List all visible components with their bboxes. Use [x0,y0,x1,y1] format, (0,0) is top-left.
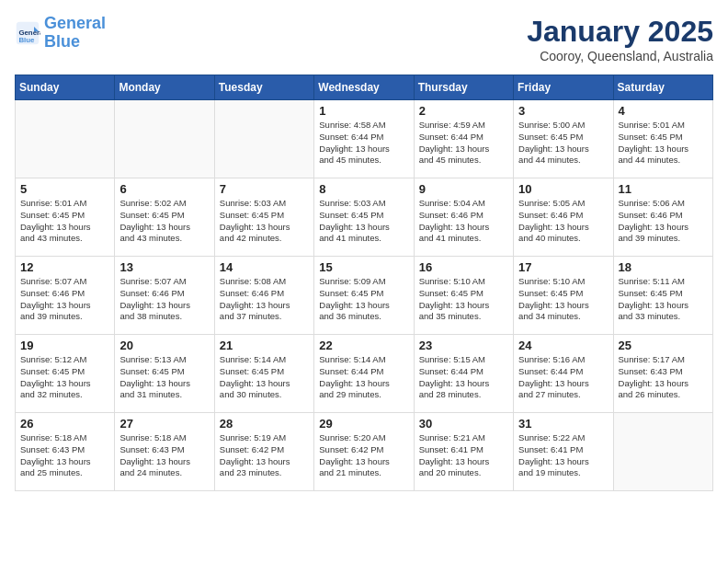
weekday-header-monday: Monday [115,75,214,100]
day-info: Sunrise: 4:59 AM Sunset: 6:44 PM Dayligh… [419,120,508,167]
calendar-cell [16,100,115,178]
calendar-cell: 15Sunrise: 5:09 AM Sunset: 6:45 PM Dayli… [314,257,414,335]
calendar-cell: 12Sunrise: 5:07 AM Sunset: 6:46 PM Dayli… [16,257,115,335]
day-info: Sunrise: 5:02 AM Sunset: 6:45 PM Dayligh… [119,198,209,245]
day-info: Sunrise: 5:10 AM Sunset: 6:45 PM Dayligh… [518,276,608,323]
day-info: Sunrise: 5:08 AM Sunset: 6:46 PM Dayligh… [220,276,309,323]
day-number: 15 [319,260,408,274]
calendar-cell: 3Sunrise: 5:00 AM Sunset: 6:45 PM Daylig… [514,100,613,178]
day-number: 30 [419,417,508,431]
day-info: Sunrise: 5:07 AM Sunset: 6:46 PM Dayligh… [119,276,209,323]
day-info: Sunrise: 5:03 AM Sunset: 6:45 PM Dayligh… [220,198,309,245]
day-number: 13 [119,260,209,274]
calendar-cell: 6Sunrise: 5:02 AM Sunset: 6:45 PM Daylig… [115,178,214,257]
day-number: 22 [319,339,408,352]
day-info: Sunrise: 5:20 AM Sunset: 6:42 PM Dayligh… [319,432,408,479]
svg-text:Blue: Blue [18,35,35,43]
month-title: January 2025 [527,15,713,49]
logo-icon: General Blue [15,20,40,46]
day-info: Sunrise: 5:10 AM Sunset: 6:45 PM Dayligh… [419,276,508,323]
calendar-cell: 21Sunrise: 5:14 AM Sunset: 6:45 PM Dayli… [214,335,313,413]
day-number: 8 [319,182,408,196]
page-header: General Blue GeneralBlue January 2025 Co… [15,15,713,63]
logo-text: GeneralBlue [44,15,106,52]
location: Cooroy, Queensland, Australia [527,49,713,63]
day-info: Sunrise: 5:18 AM Sunset: 6:43 PM Dayligh… [20,432,109,479]
calendar-cell [115,100,214,178]
week-row-4: 19Sunrise: 5:12 AM Sunset: 6:45 PM Dayli… [16,335,713,413]
day-info: Sunrise: 5:13 AM Sunset: 6:45 PM Dayligh… [119,354,209,401]
calendar-cell: 10Sunrise: 5:05 AM Sunset: 6:46 PM Dayli… [514,178,613,257]
day-info: Sunrise: 5:06 AM Sunset: 6:46 PM Dayligh… [619,198,708,245]
day-number: 25 [619,339,708,352]
day-info: Sunrise: 4:58 AM Sunset: 6:44 PM Dayligh… [319,120,408,167]
calendar-table: SundayMondayTuesdayWednesdayThursdayFrid… [15,75,713,491]
day-number: 23 [419,339,508,352]
calendar-cell: 8Sunrise: 5:03 AM Sunset: 6:45 PM Daylig… [314,178,414,257]
day-number: 2 [419,104,508,118]
calendar-cell: 19Sunrise: 5:12 AM Sunset: 6:45 PM Dayli… [16,335,115,413]
calendar-cell: 5Sunrise: 5:01 AM Sunset: 6:45 PM Daylig… [16,178,115,257]
day-number: 16 [419,260,508,274]
calendar-cell: 22Sunrise: 5:14 AM Sunset: 6:44 PM Dayli… [314,335,414,413]
calendar-cell: 1Sunrise: 4:58 AM Sunset: 6:44 PM Daylig… [314,100,414,178]
weekday-header-wednesday: Wednesday [314,75,414,100]
day-number: 14 [220,260,309,274]
calendar-cell: 4Sunrise: 5:01 AM Sunset: 6:45 PM Daylig… [613,100,712,178]
week-row-1: 1Sunrise: 4:58 AM Sunset: 6:44 PM Daylig… [16,100,713,178]
day-info: Sunrise: 5:12 AM Sunset: 6:45 PM Dayligh… [20,354,109,401]
calendar-cell [214,100,313,178]
day-number: 21 [220,339,309,352]
day-number: 11 [619,182,708,196]
day-number: 20 [119,339,209,352]
week-row-3: 12Sunrise: 5:07 AM Sunset: 6:46 PM Dayli… [16,257,713,335]
calendar-cell: 18Sunrise: 5:11 AM Sunset: 6:45 PM Dayli… [613,257,712,335]
calendar-cell: 9Sunrise: 5:04 AM Sunset: 6:46 PM Daylig… [414,178,513,257]
logo: General Blue GeneralBlue [15,15,106,52]
day-number: 19 [20,339,109,352]
calendar-cell: 27Sunrise: 5:18 AM Sunset: 6:43 PM Dayli… [115,413,214,491]
day-number: 10 [518,182,608,196]
calendar-cell: 25Sunrise: 5:17 AM Sunset: 6:43 PM Dayli… [613,335,712,413]
calendar-cell: 16Sunrise: 5:10 AM Sunset: 6:45 PM Dayli… [414,257,513,335]
day-info: Sunrise: 5:17 AM Sunset: 6:43 PM Dayligh… [619,354,708,401]
day-info: Sunrise: 5:19 AM Sunset: 6:42 PM Dayligh… [220,432,309,479]
week-row-2: 5Sunrise: 5:01 AM Sunset: 6:45 PM Daylig… [16,178,713,257]
calendar-cell: 31Sunrise: 5:22 AM Sunset: 6:41 PM Dayli… [514,413,613,491]
day-number: 18 [619,260,708,274]
calendar-cell: 24Sunrise: 5:16 AM Sunset: 6:44 PM Dayli… [514,335,613,413]
day-number: 1 [319,104,408,118]
day-number: 5 [20,182,109,196]
title-block: January 2025 Cooroy, Queensland, Austral… [527,15,713,63]
day-info: Sunrise: 5:14 AM Sunset: 6:45 PM Dayligh… [220,354,309,401]
day-number: 24 [518,339,608,352]
day-info: Sunrise: 5:16 AM Sunset: 6:44 PM Dayligh… [518,354,608,401]
calendar-cell: 20Sunrise: 5:13 AM Sunset: 6:45 PM Dayli… [115,335,214,413]
calendar-cell: 28Sunrise: 5:19 AM Sunset: 6:42 PM Dayli… [214,413,313,491]
day-number: 12 [20,260,109,274]
day-number: 4 [619,104,708,118]
day-number: 9 [419,182,508,196]
day-number: 28 [220,417,309,431]
week-row-5: 26Sunrise: 5:18 AM Sunset: 6:43 PM Dayli… [16,413,713,491]
weekday-header-thursday: Thursday [414,75,513,100]
day-number: 27 [119,417,209,431]
calendar-cell: 30Sunrise: 5:21 AM Sunset: 6:41 PM Dayli… [414,413,513,491]
day-number: 26 [20,417,109,431]
calendar-cell: 17Sunrise: 5:10 AM Sunset: 6:45 PM Dayli… [514,257,613,335]
day-info: Sunrise: 5:15 AM Sunset: 6:44 PM Dayligh… [419,354,508,401]
calendar-cell: 13Sunrise: 5:07 AM Sunset: 6:46 PM Dayli… [115,257,214,335]
day-number: 3 [518,104,608,118]
calendar-cell: 14Sunrise: 5:08 AM Sunset: 6:46 PM Dayli… [214,257,313,335]
day-info: Sunrise: 5:05 AM Sunset: 6:46 PM Dayligh… [518,198,608,245]
day-number: 31 [518,417,608,431]
day-info: Sunrise: 5:22 AM Sunset: 6:41 PM Dayligh… [518,432,608,479]
calendar-cell: 23Sunrise: 5:15 AM Sunset: 6:44 PM Dayli… [414,335,513,413]
day-number: 7 [220,182,309,196]
weekday-header-tuesday: Tuesday [214,75,313,100]
calendar-cell: 7Sunrise: 5:03 AM Sunset: 6:45 PM Daylig… [214,178,313,257]
calendar-cell: 11Sunrise: 5:06 AM Sunset: 6:46 PM Dayli… [613,178,712,257]
weekday-header-sunday: Sunday [16,75,115,100]
day-info: Sunrise: 5:21 AM Sunset: 6:41 PM Dayligh… [419,432,508,479]
weekday-header-saturday: Saturday [613,75,712,100]
